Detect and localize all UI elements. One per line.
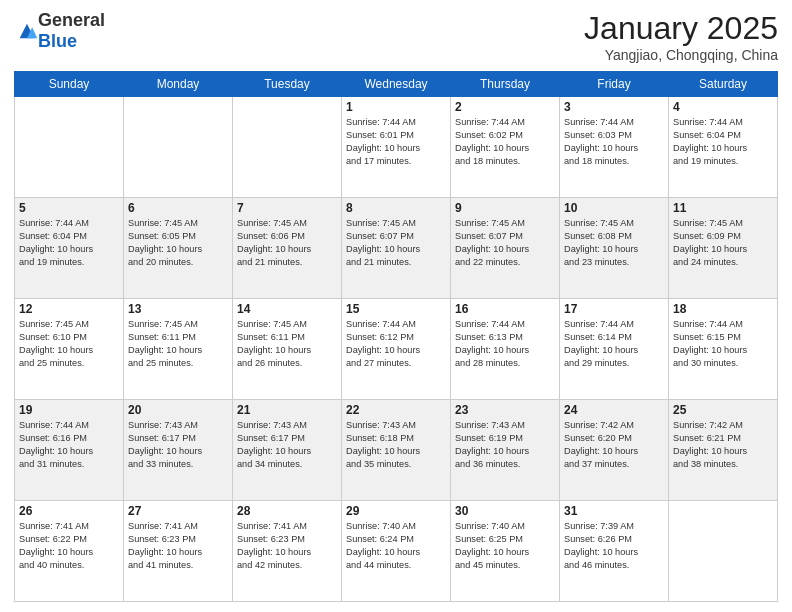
day-info: Sunrise: 7:44 AM Sunset: 6:14 PM Dayligh… xyxy=(564,318,664,370)
calendar-cell: 5Sunrise: 7:44 AM Sunset: 6:04 PM Daylig… xyxy=(15,198,124,299)
day-info: Sunrise: 7:44 AM Sunset: 6:04 PM Dayligh… xyxy=(19,217,119,269)
day-number: 29 xyxy=(346,504,446,518)
calendar-week-1: 1Sunrise: 7:44 AM Sunset: 6:01 PM Daylig… xyxy=(15,97,778,198)
day-info: Sunrise: 7:44 AM Sunset: 6:15 PM Dayligh… xyxy=(673,318,773,370)
calendar-header-row: SundayMondayTuesdayWednesdayThursdayFrid… xyxy=(15,72,778,97)
day-info: Sunrise: 7:43 AM Sunset: 6:19 PM Dayligh… xyxy=(455,419,555,471)
calendar-week-2: 5Sunrise: 7:44 AM Sunset: 6:04 PM Daylig… xyxy=(15,198,778,299)
day-number: 27 xyxy=(128,504,228,518)
day-number: 24 xyxy=(564,403,664,417)
day-header-sunday: Sunday xyxy=(15,72,124,97)
day-info: Sunrise: 7:43 AM Sunset: 6:17 PM Dayligh… xyxy=(128,419,228,471)
calendar-week-4: 19Sunrise: 7:44 AM Sunset: 6:16 PM Dayli… xyxy=(15,400,778,501)
logo: General Blue xyxy=(14,10,105,52)
day-number: 30 xyxy=(455,504,555,518)
logo-general: General xyxy=(38,10,105,30)
day-number: 2 xyxy=(455,100,555,114)
calendar-cell: 24Sunrise: 7:42 AM Sunset: 6:20 PM Dayli… xyxy=(560,400,669,501)
day-number: 28 xyxy=(237,504,337,518)
header: General Blue January 2025 Yangjiao, Chon… xyxy=(14,10,778,63)
day-info: Sunrise: 7:42 AM Sunset: 6:21 PM Dayligh… xyxy=(673,419,773,471)
day-number: 6 xyxy=(128,201,228,215)
day-number: 14 xyxy=(237,302,337,316)
day-number: 13 xyxy=(128,302,228,316)
calendar-cell: 22Sunrise: 7:43 AM Sunset: 6:18 PM Dayli… xyxy=(342,400,451,501)
day-info: Sunrise: 7:41 AM Sunset: 6:23 PM Dayligh… xyxy=(237,520,337,572)
calendar-cell: 9Sunrise: 7:45 AM Sunset: 6:07 PM Daylig… xyxy=(451,198,560,299)
calendar-cell: 18Sunrise: 7:44 AM Sunset: 6:15 PM Dayli… xyxy=(669,299,778,400)
day-info: Sunrise: 7:45 AM Sunset: 6:11 PM Dayligh… xyxy=(237,318,337,370)
calendar-cell: 2Sunrise: 7:44 AM Sunset: 6:02 PM Daylig… xyxy=(451,97,560,198)
day-number: 10 xyxy=(564,201,664,215)
day-number: 23 xyxy=(455,403,555,417)
day-header-monday: Monday xyxy=(124,72,233,97)
day-number: 17 xyxy=(564,302,664,316)
calendar-week-5: 26Sunrise: 7:41 AM Sunset: 6:22 PM Dayli… xyxy=(15,501,778,602)
day-number: 9 xyxy=(455,201,555,215)
calendar-cell: 10Sunrise: 7:45 AM Sunset: 6:08 PM Dayli… xyxy=(560,198,669,299)
calendar-cell: 20Sunrise: 7:43 AM Sunset: 6:17 PM Dayli… xyxy=(124,400,233,501)
day-info: Sunrise: 7:45 AM Sunset: 6:07 PM Dayligh… xyxy=(346,217,446,269)
calendar-cell: 23Sunrise: 7:43 AM Sunset: 6:19 PM Dayli… xyxy=(451,400,560,501)
day-info: Sunrise: 7:44 AM Sunset: 6:02 PM Dayligh… xyxy=(455,116,555,168)
day-info: Sunrise: 7:44 AM Sunset: 6:16 PM Dayligh… xyxy=(19,419,119,471)
day-info: Sunrise: 7:44 AM Sunset: 6:13 PM Dayligh… xyxy=(455,318,555,370)
day-number: 4 xyxy=(673,100,773,114)
calendar-cell: 27Sunrise: 7:41 AM Sunset: 6:23 PM Dayli… xyxy=(124,501,233,602)
day-info: Sunrise: 7:45 AM Sunset: 6:07 PM Dayligh… xyxy=(455,217,555,269)
day-number: 25 xyxy=(673,403,773,417)
day-number: 11 xyxy=(673,201,773,215)
calendar-cell: 19Sunrise: 7:44 AM Sunset: 6:16 PM Dayli… xyxy=(15,400,124,501)
day-number: 22 xyxy=(346,403,446,417)
calendar-cell xyxy=(124,97,233,198)
calendar-cell: 12Sunrise: 7:45 AM Sunset: 6:10 PM Dayli… xyxy=(15,299,124,400)
calendar-cell: 6Sunrise: 7:45 AM Sunset: 6:05 PM Daylig… xyxy=(124,198,233,299)
calendar-cell: 13Sunrise: 7:45 AM Sunset: 6:11 PM Dayli… xyxy=(124,299,233,400)
title-block: January 2025 Yangjiao, Chongqing, China xyxy=(584,10,778,63)
day-number: 26 xyxy=(19,504,119,518)
day-header-wednesday: Wednesday xyxy=(342,72,451,97)
day-number: 1 xyxy=(346,100,446,114)
day-header-tuesday: Tuesday xyxy=(233,72,342,97)
day-number: 7 xyxy=(237,201,337,215)
calendar-cell xyxy=(233,97,342,198)
page: General Blue January 2025 Yangjiao, Chon… xyxy=(0,0,792,612)
calendar-cell: 21Sunrise: 7:43 AM Sunset: 6:17 PM Dayli… xyxy=(233,400,342,501)
day-info: Sunrise: 7:41 AM Sunset: 6:22 PM Dayligh… xyxy=(19,520,119,572)
day-number: 31 xyxy=(564,504,664,518)
calendar-cell: 15Sunrise: 7:44 AM Sunset: 6:12 PM Dayli… xyxy=(342,299,451,400)
day-info: Sunrise: 7:44 AM Sunset: 6:03 PM Dayligh… xyxy=(564,116,664,168)
day-info: Sunrise: 7:41 AM Sunset: 6:23 PM Dayligh… xyxy=(128,520,228,572)
logo-icon xyxy=(16,20,38,42)
calendar-cell: 30Sunrise: 7:40 AM Sunset: 6:25 PM Dayli… xyxy=(451,501,560,602)
day-info: Sunrise: 7:45 AM Sunset: 6:05 PM Dayligh… xyxy=(128,217,228,269)
calendar-cell: 16Sunrise: 7:44 AM Sunset: 6:13 PM Dayli… xyxy=(451,299,560,400)
calendar-cell: 29Sunrise: 7:40 AM Sunset: 6:24 PM Dayli… xyxy=(342,501,451,602)
day-header-saturday: Saturday xyxy=(669,72,778,97)
day-info: Sunrise: 7:45 AM Sunset: 6:08 PM Dayligh… xyxy=(564,217,664,269)
day-info: Sunrise: 7:40 AM Sunset: 6:25 PM Dayligh… xyxy=(455,520,555,572)
day-number: 20 xyxy=(128,403,228,417)
day-number: 16 xyxy=(455,302,555,316)
day-number: 3 xyxy=(564,100,664,114)
logo-blue: Blue xyxy=(38,31,77,51)
day-info: Sunrise: 7:45 AM Sunset: 6:10 PM Dayligh… xyxy=(19,318,119,370)
calendar-cell: 14Sunrise: 7:45 AM Sunset: 6:11 PM Dayli… xyxy=(233,299,342,400)
calendar-cell: 1Sunrise: 7:44 AM Sunset: 6:01 PM Daylig… xyxy=(342,97,451,198)
calendar-cell: 26Sunrise: 7:41 AM Sunset: 6:22 PM Dayli… xyxy=(15,501,124,602)
day-number: 19 xyxy=(19,403,119,417)
day-info: Sunrise: 7:39 AM Sunset: 6:26 PM Dayligh… xyxy=(564,520,664,572)
day-info: Sunrise: 7:43 AM Sunset: 6:18 PM Dayligh… xyxy=(346,419,446,471)
day-info: Sunrise: 7:45 AM Sunset: 6:11 PM Dayligh… xyxy=(128,318,228,370)
day-info: Sunrise: 7:44 AM Sunset: 6:01 PM Dayligh… xyxy=(346,116,446,168)
day-info: Sunrise: 7:44 AM Sunset: 6:04 PM Dayligh… xyxy=(673,116,773,168)
day-info: Sunrise: 7:45 AM Sunset: 6:06 PM Dayligh… xyxy=(237,217,337,269)
day-info: Sunrise: 7:42 AM Sunset: 6:20 PM Dayligh… xyxy=(564,419,664,471)
day-info: Sunrise: 7:44 AM Sunset: 6:12 PM Dayligh… xyxy=(346,318,446,370)
month-title: January 2025 xyxy=(584,10,778,47)
day-number: 8 xyxy=(346,201,446,215)
calendar-cell: 28Sunrise: 7:41 AM Sunset: 6:23 PM Dayli… xyxy=(233,501,342,602)
calendar: SundayMondayTuesdayWednesdayThursdayFrid… xyxy=(14,71,778,602)
calendar-cell: 25Sunrise: 7:42 AM Sunset: 6:21 PM Dayli… xyxy=(669,400,778,501)
location-title: Yangjiao, Chongqing, China xyxy=(584,47,778,63)
